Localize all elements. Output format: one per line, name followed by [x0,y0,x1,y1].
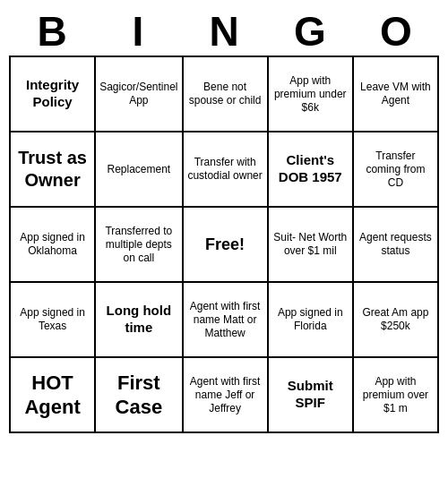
header-n: N [181,7,267,56]
header-i: I [95,7,181,56]
bingo-cell-4[interactable]: Leave VM with Agent [354,57,439,132]
bingo-cell-2[interactable]: Bene not spouse or child [184,57,269,132]
bingo-card: B I N G O Integrity PolicySagicor/Sentin… [9,7,439,433]
bingo-cell-23[interactable]: Submit SPIF [269,358,354,433]
bingo-cell-12[interactable]: Free! [184,208,269,283]
bingo-cell-21[interactable]: First Case [96,358,183,433]
bingo-cell-14[interactable]: Agent requests status [354,208,439,283]
bingo-cell-19[interactable]: Great Am app $250k [354,283,439,358]
bingo-cell-22[interactable]: Agent with first name Jeff or Jeffrey [184,358,269,433]
bingo-cell-7[interactable]: Transfer with custodial owner [184,132,269,208]
bingo-cell-3[interactable]: App with premium under $6k [269,57,354,132]
header-b: B [9,7,95,56]
bingo-grid: Integrity PolicySagicor/Sentinel AppBene… [9,56,439,433]
header-g: G [267,7,353,56]
bingo-cell-1[interactable]: Sagicor/Sentinel App [96,57,183,132]
bingo-cell-5[interactable]: Trust as Owner [11,132,96,208]
bingo-cell-0[interactable]: Integrity Policy [11,57,96,132]
bingo-cell-16[interactable]: Long hold time [96,283,183,358]
bingo-cell-8[interactable]: Client's DOB 1957 [269,132,354,208]
bingo-cell-9[interactable]: Transfer coming from CD [354,132,439,208]
header-o: O [353,7,439,56]
bingo-cell-17[interactable]: Agent with first name Matt or Matthew [184,283,269,358]
bingo-cell-10[interactable]: App signed in Oklahoma [11,208,96,283]
bingo-header: B I N G O [9,7,439,56]
bingo-cell-6[interactable]: Replacement [96,132,183,208]
bingo-cell-11[interactable]: Transferred to multiple depts on call [96,208,183,283]
bingo-cell-13[interactable]: Suit- Net Worth over $1 mil [269,208,354,283]
bingo-cell-18[interactable]: App signed in Florida [269,283,354,358]
bingo-cell-20[interactable]: HOT Agent [11,358,96,433]
bingo-cell-15[interactable]: App signed in Texas [11,283,96,358]
bingo-cell-24[interactable]: App with premium over $1 m [354,358,439,433]
